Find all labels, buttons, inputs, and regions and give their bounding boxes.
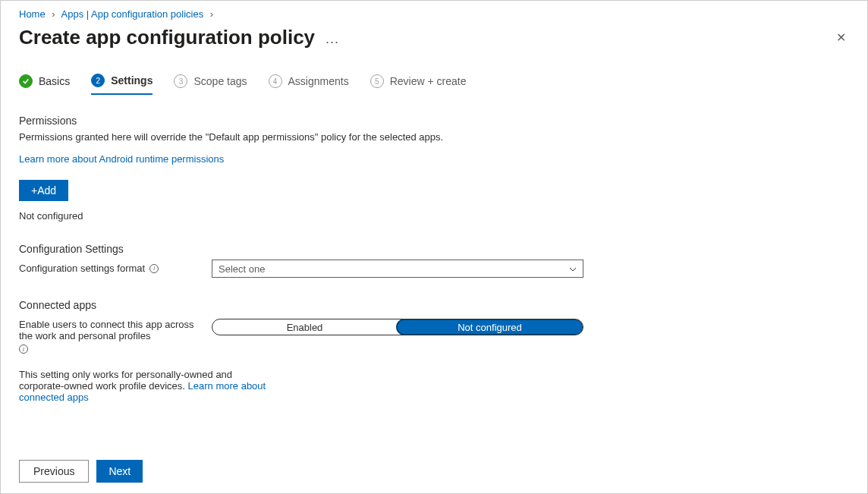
tab-basics[interactable]: Basics <box>19 74 70 94</box>
connected-apps-heading: Connected apps <box>19 299 849 311</box>
config-format-select[interactable]: Select one <box>212 260 583 278</box>
tab-settings[interactable]: 2 Settings <box>91 74 153 95</box>
connected-apps-note: This setting only works for personally-o… <box>19 369 269 403</box>
select-placeholder: Select one <box>219 263 265 275</box>
close-icon[interactable]: ✕ <box>833 27 849 48</box>
chevron-right-icon: › <box>52 8 55 20</box>
step-number: 4 <box>269 74 282 88</box>
permissions-description: Permissions granted here will override t… <box>19 131 849 143</box>
step-number: 3 <box>174 74 187 88</box>
breadcrumb-link-home[interactable]: Home <box>19 8 46 20</box>
breadcrumb-link-apps[interactable]: Apps | App configuration policies <box>61 8 204 20</box>
permissions-learn-more-link[interactable]: Learn more about Android runtime permiss… <box>19 153 224 165</box>
next-button[interactable]: Next <box>96 460 143 483</box>
page-header: Create app configuration policy ··· ✕ <box>1 21 867 52</box>
config-format-label: Configuration settings format i <box>19 260 212 274</box>
tab-assignments[interactable]: 4 Assignments <box>269 74 349 94</box>
info-icon[interactable]: i <box>19 345 28 354</box>
wizard-tabs: Basics 2 Settings 3 Scope tags 4 Assignm… <box>19 74 849 95</box>
tab-label: Review + create <box>390 75 467 87</box>
tab-label: Assignments <box>288 75 349 87</box>
previous-button[interactable]: Previous <box>19 460 89 483</box>
more-button[interactable]: ··· <box>326 34 339 50</box>
tab-scope-tags[interactable]: 3 Scope tags <box>174 74 247 94</box>
step-number: 5 <box>370 74 384 88</box>
tab-label: Settings <box>111 74 153 87</box>
breadcrumb: Home › Apps | App configuration policies… <box>1 1 867 21</box>
connected-apps-toggle-label: Enable users to connect this app across … <box>19 319 212 354</box>
toggle-option-not-configured[interactable]: Not configured <box>396 319 583 335</box>
chevron-down-icon <box>569 265 577 273</box>
page-title: Create app configuration policy <box>19 26 315 49</box>
footer: Previous Next <box>1 449 867 493</box>
config-heading: Configuration Settings <box>19 243 849 255</box>
check-icon <box>19 74 33 88</box>
chevron-right-icon: › <box>210 8 213 20</box>
permissions-heading: Permissions <box>19 115 849 127</box>
info-icon[interactable]: i <box>149 264 159 273</box>
toggle-option-enabled[interactable]: Enabled <box>212 319 397 335</box>
add-button[interactable]: +Add <box>19 180 68 201</box>
tab-review-create[interactable]: 5 Review + create <box>370 74 467 94</box>
connected-apps-toggle[interactable]: Enabled Not configured <box>212 319 583 335</box>
tab-label: Scope tags <box>193 75 247 87</box>
tab-label: Basics <box>39 75 70 87</box>
permissions-status: Not configured <box>19 210 849 222</box>
step-number: 2 <box>91 74 105 87</box>
